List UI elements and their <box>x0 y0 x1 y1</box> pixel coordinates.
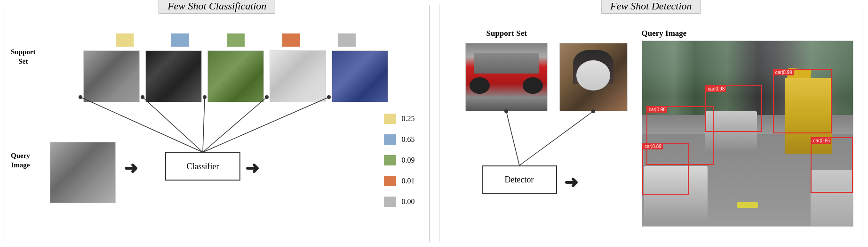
query-bird-image <box>50 142 116 203</box>
bird-image-4 <box>270 50 326 102</box>
bbox-car-3: car|0.99 <box>773 69 832 134</box>
classifier-box: Classifier <box>165 152 240 181</box>
detector-box: Detector <box>482 165 557 194</box>
svg-line-10 <box>506 111 519 165</box>
score-swatch-orange <box>384 176 396 186</box>
svg-line-2 <box>203 97 205 152</box>
svg-line-3 <box>203 97 267 152</box>
bbox-car-4: car|0.89 <box>642 143 689 195</box>
score-swatch-gray <box>384 197 396 207</box>
right-panel: Few Shot Detection Support Set Query Ima… <box>439 5 864 242</box>
bird-image-2 <box>145 50 202 102</box>
classifier-label: Classifier <box>187 162 219 172</box>
score-row-1: 0.25 <box>384 114 415 124</box>
bird-image-5 <box>332 50 388 102</box>
score-row-5: 0.00 <box>384 197 415 207</box>
svg-line-4 <box>203 97 329 152</box>
score-value-2: 0.65 <box>402 135 415 144</box>
query-bird-wrapper <box>50 142 116 203</box>
bird-image-3 <box>207 50 264 102</box>
svg-line-1 <box>143 97 203 152</box>
bbox-label-1: car|0.98 <box>647 107 667 113</box>
query-scene-image: car|0.98 car|0.98 car|0.99 car|0.89 car|… <box>642 41 853 227</box>
score-swatch-blue <box>384 134 396 145</box>
score-row-2: 0.65 <box>384 134 415 145</box>
swatches-row <box>52 33 420 47</box>
detector-label: Detector <box>505 175 534 185</box>
score-value-5: 0.00 <box>402 198 415 206</box>
birds-row <box>52 50 420 102</box>
support-set-label-left: SupportSet <box>11 48 36 66</box>
bbox-label-4: car|0.89 <box>643 143 663 149</box>
support-set-label-right: Support Set <box>486 29 527 38</box>
right-panel-title: Few Shot Detection <box>601 0 701 14</box>
score-swatch-yellow <box>384 114 396 124</box>
query-image-label-left: QueryImage <box>11 151 30 170</box>
bird-image-1 <box>83 50 140 102</box>
swatch-blue <box>171 33 189 47</box>
arrow-query-to-classifier: ➜ <box>124 158 138 178</box>
svg-line-11 <box>519 111 593 165</box>
score-value-3: 0.09 <box>402 156 415 165</box>
score-swatch-green <box>384 155 396 165</box>
swatch-gray <box>338 33 356 47</box>
score-row-3: 0.09 <box>384 155 415 165</box>
bbox-label-3: car|0.99 <box>774 69 794 75</box>
scores-area: 0.25 0.65 0.09 0.01 0.00 <box>384 114 415 217</box>
left-panel: Few Shot Classification SupportSet Query… <box>5 5 430 242</box>
swatch-yellow <box>116 33 134 47</box>
swatch-green <box>227 33 245 47</box>
left-panel-title: Few Shot Classification <box>159 0 275 14</box>
score-value-1: 0.25 <box>402 115 415 123</box>
score-row-4: 0.01 <box>384 176 415 186</box>
score-value-4: 0.01 <box>402 177 415 185</box>
bbox-car-5: car|0.95 <box>811 137 853 193</box>
arrow-detector-to-scene: ➜ <box>564 173 578 192</box>
query-image-label-right: Query Image <box>642 29 687 38</box>
arrow-classifier-to-scores: ➜ <box>245 158 259 178</box>
car-support-image <box>465 43 548 111</box>
bbox-label-2: car|0.98 <box>706 86 726 92</box>
cat-support-image <box>559 43 628 111</box>
bbox-label-5: car|0.95 <box>812 138 831 144</box>
bbox-car-2: car|0.98 <box>705 85 762 132</box>
swatch-orange <box>282 33 300 47</box>
